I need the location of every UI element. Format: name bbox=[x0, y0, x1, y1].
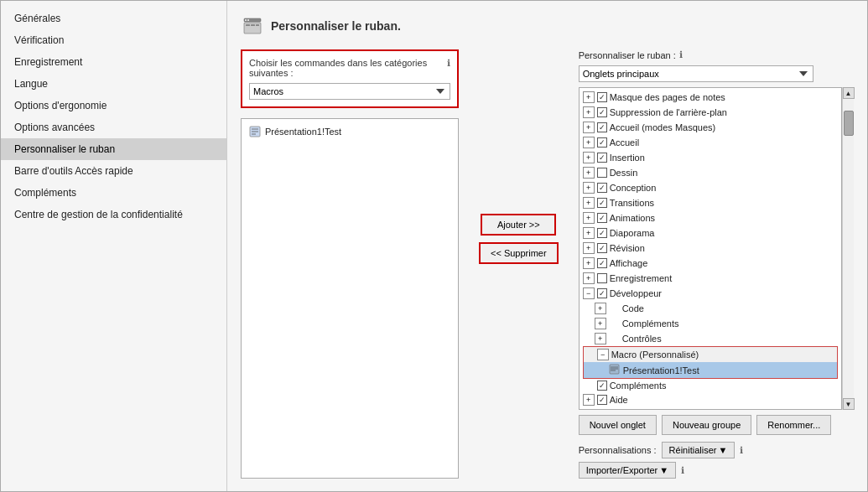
sidebar-item-acces-rapide[interactable]: Barre d'outils Accès rapide bbox=[1, 160, 226, 182]
tree-checkbox[interactable] bbox=[597, 243, 607, 253]
tree-checkbox[interactable] bbox=[597, 153, 607, 163]
macro-list: Présentation1!Test bbox=[241, 118, 459, 479]
tree-item-label: Compléments bbox=[622, 319, 838, 329]
tree-checkbox[interactable] bbox=[597, 107, 607, 117]
nouveau-groupe-button[interactable]: Nouveau groupe bbox=[662, 415, 751, 435]
macro-personnalise-box: −Macro (Personnalisé)Présentation1!Test bbox=[583, 346, 838, 379]
svg-rect-4 bbox=[256, 24, 259, 26]
tree-item-label: Contrôles bbox=[622, 334, 838, 344]
reinitialiser-button[interactable]: Réinitialiser ▼ bbox=[662, 442, 735, 458]
scroll-thumb[interactable] bbox=[844, 111, 854, 136]
sidebar-item-complements[interactable]: Compléments bbox=[1, 182, 226, 204]
tree-item[interactable]: −Développeur bbox=[581, 286, 839, 301]
tree-checkbox[interactable] bbox=[597, 288, 607, 298]
expand-icon[interactable]: + bbox=[583, 257, 595, 269]
expand-icon[interactable]: + bbox=[583, 91, 595, 103]
sidebar-item-langue[interactable]: Langue bbox=[1, 73, 226, 95]
ribbon-header: Personnaliser le ruban : ℹ bbox=[579, 49, 854, 60]
expand-icon[interactable]: + bbox=[583, 152, 595, 163]
commands-label: Choisir les commandes dans les catégorie… bbox=[249, 58, 450, 78]
tree-item[interactable]: +Animations bbox=[581, 210, 839, 225]
expand-icon[interactable]: + bbox=[583, 272, 595, 284]
tree-item[interactable]: +Insertion bbox=[581, 150, 839, 165]
tree-item-label: Transitions bbox=[610, 198, 838, 208]
tree-item[interactable]: +Contrôles bbox=[581, 331, 839, 346]
personalisation-label: Personnalisations : bbox=[579, 445, 657, 455]
ribbon-info-icon[interactable]: ℹ bbox=[679, 49, 683, 60]
expand-icon[interactable]: + bbox=[583, 106, 595, 118]
expand-icon[interactable]: + bbox=[583, 137, 595, 148]
expand-icon[interactable]: + bbox=[583, 394, 595, 406]
tree-checkbox[interactable] bbox=[597, 273, 607, 283]
commands-info-icon[interactable]: ℹ bbox=[447, 58, 450, 69]
importer-info-icon[interactable]: ℹ bbox=[681, 465, 684, 476]
presentation-icon bbox=[609, 364, 620, 376]
personalisation-info-icon[interactable]: ℹ bbox=[740, 445, 743, 456]
renommer-button[interactable]: Renommer... bbox=[756, 415, 831, 435]
expand-icon[interactable]: + bbox=[595, 333, 606, 344]
ribbon-dropdown[interactable]: Onglets principaux Onglets d'outils Tous… bbox=[579, 65, 813, 82]
presentation-test-row[interactable]: Présentation1!Test bbox=[584, 362, 837, 378]
tree-checkbox[interactable] bbox=[597, 183, 607, 193]
commands-dropdown[interactable]: Macros Commandes courantes Tous les ongl… bbox=[249, 83, 450, 100]
expand-icon[interactable]: + bbox=[583, 167, 595, 179]
sidebar-item-confidentialite[interactable]: Centre de gestion de la confidentialité bbox=[1, 204, 226, 225]
tree-checkbox[interactable] bbox=[597, 395, 607, 405]
sidebar-item-avancees[interactable]: Options avancées bbox=[1, 117, 226, 138]
scrollbar[interactable]: ▲ ▼ bbox=[842, 87, 854, 410]
tree-item-label: Macro (Personnalisé) bbox=[611, 350, 835, 360]
tree-item[interactable]: Compléments bbox=[581, 379, 839, 392]
tree-item-label: Enregistrement bbox=[610, 273, 838, 283]
expand-icon[interactable]: − bbox=[583, 287, 595, 299]
tree-checkbox[interactable] bbox=[597, 168, 607, 178]
importer-button[interactable]: Importer/Exporter ▼ bbox=[579, 462, 676, 479]
tree-item[interactable]: +Enregistrement bbox=[581, 271, 839, 286]
tree-item-label: Code bbox=[622, 303, 838, 313]
sidebar-item-ergonomie[interactable]: Options d'ergonomie bbox=[1, 95, 226, 117]
tree-item[interactable]: +Aide bbox=[581, 392, 839, 407]
sidebar-item-generales[interactable]: Générales bbox=[1, 8, 226, 29]
tree-checkbox[interactable] bbox=[597, 228, 607, 238]
tree-item[interactable]: +Diaporama bbox=[581, 225, 839, 241]
tree-checkbox[interactable] bbox=[597, 137, 607, 148]
tree-item[interactable]: +Accueil bbox=[581, 135, 839, 150]
expand-icon[interactable]: + bbox=[583, 227, 595, 239]
tree-item[interactable]: +Suppression de l'arrière-plan bbox=[581, 105, 839, 120]
tree-checkbox[interactable] bbox=[597, 122, 607, 132]
tree-item[interactable]: +Affichage bbox=[581, 256, 839, 271]
expand-icon[interactable]: − bbox=[597, 349, 609, 360]
tree-checkbox[interactable] bbox=[597, 92, 607, 102]
ajouter-button[interactable]: Ajouter >> bbox=[481, 214, 556, 236]
expand-icon[interactable]: + bbox=[583, 197, 595, 209]
sidebar-item-verification[interactable]: Vérification bbox=[1, 29, 226, 51]
tree-checkbox[interactable] bbox=[597, 381, 607, 391]
tree-checkbox[interactable] bbox=[597, 213, 607, 223]
tree-item[interactable]: +Conception bbox=[581, 180, 839, 195]
tree-item[interactable]: +Code bbox=[581, 301, 839, 316]
tree-item-label: Diaporama bbox=[610, 228, 838, 238]
expand-icon[interactable]: + bbox=[583, 212, 595, 224]
tree-item[interactable]: +Accueil (modes Masques) bbox=[581, 120, 839, 135]
svg-rect-11 bbox=[610, 365, 619, 374]
expand-icon[interactable]: + bbox=[583, 242, 595, 254]
expand-icon[interactable]: + bbox=[595, 303, 606, 314]
tree-checkbox[interactable] bbox=[597, 198, 607, 208]
expand-icon[interactable]: + bbox=[583, 182, 595, 194]
tree-item[interactable]: −Macro (Personnalisé) bbox=[584, 347, 837, 362]
list-item[interactable]: Présentation1!Test bbox=[245, 122, 455, 141]
tree-item[interactable]: +Dessin bbox=[581, 165, 839, 180]
sidebar-item-ruban[interactable]: Personnaliser le ruban bbox=[1, 138, 226, 160]
right-column: Personnaliser le ruban : ℹ Onglets princ… bbox=[579, 49, 854, 479]
commands-box: Choisir les commandes dans les catégorie… bbox=[241, 49, 459, 108]
nouvel-onglet-button[interactable]: Nouvel onglet bbox=[579, 415, 657, 435]
expand-icon[interactable]: + bbox=[583, 122, 595, 133]
tree-checkbox[interactable] bbox=[597, 258, 607, 268]
tree-item[interactable]: +Compléments bbox=[581, 316, 839, 331]
supprimer-button[interactable]: << Supprimer bbox=[479, 242, 559, 264]
expand-icon[interactable]: + bbox=[595, 318, 606, 329]
ribbon-label: Personnaliser le ruban : ℹ bbox=[579, 49, 683, 60]
tree-item[interactable]: +Transitions bbox=[581, 195, 839, 210]
tree-item[interactable]: +Masque des pages de notes bbox=[581, 90, 839, 105]
tree-item[interactable]: +Révision bbox=[581, 241, 839, 256]
sidebar-item-enregistrement[interactable]: Enregistrement bbox=[1, 51, 226, 73]
